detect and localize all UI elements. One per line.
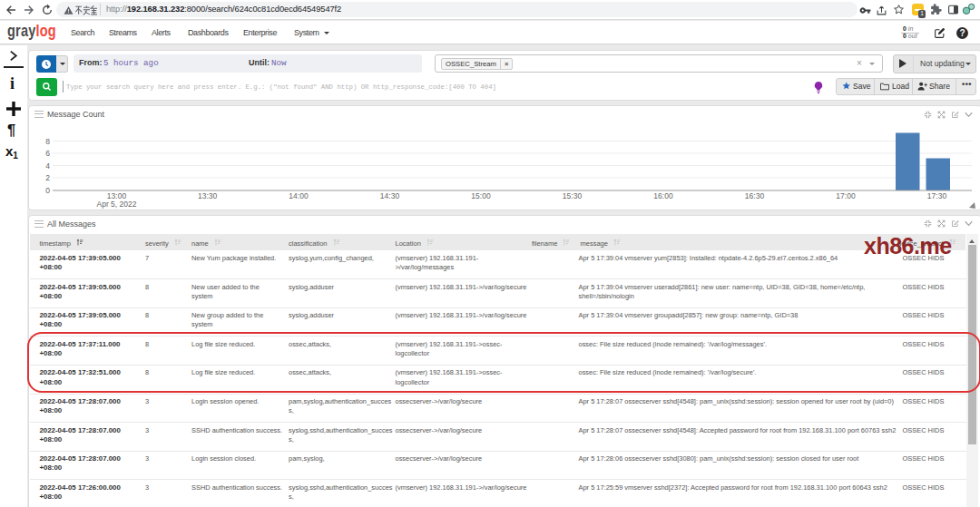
svg-text:17:30: 17:30 xyxy=(927,191,947,200)
svg-text:14:00: 14:00 xyxy=(289,191,309,200)
svg-text:13:30: 13:30 xyxy=(198,191,218,200)
svg-text:16:00: 16:00 xyxy=(653,191,673,200)
svg-text:Apr 5, 2022: Apr 5, 2022 xyxy=(97,200,137,209)
svg-text:17:00: 17:00 xyxy=(836,191,856,200)
svg-text:0: 0 xyxy=(45,186,50,195)
svg-text:2: 2 xyxy=(45,173,50,182)
svg-text:15:00: 15:00 xyxy=(471,191,491,200)
svg-text:8: 8 xyxy=(45,137,50,146)
svg-text:16:30: 16:30 xyxy=(745,191,765,200)
svg-text:4: 4 xyxy=(45,161,50,171)
svg-text:6: 6 xyxy=(45,149,50,158)
svg-text:14:30: 14:30 xyxy=(380,191,400,200)
svg-text:15:30: 15:30 xyxy=(563,191,583,200)
